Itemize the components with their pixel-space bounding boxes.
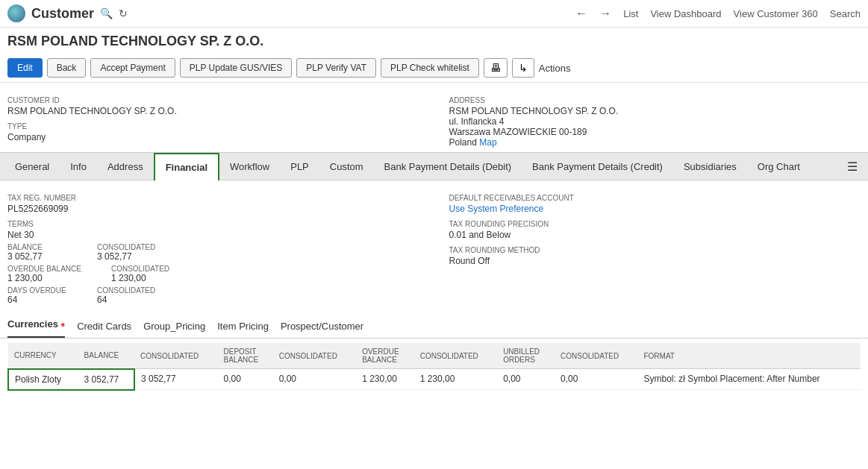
tab-menu-icon[interactable]: ☰ bbox=[841, 154, 864, 180]
info-left: CUSTOMER ID RSM POLAND TECHNOLOGY SP. Z … bbox=[7, 90, 419, 148]
th-consolidated: CONSOLIDATED bbox=[134, 343, 217, 369]
tab-address[interactable]: Address bbox=[97, 154, 154, 180]
share-button[interactable]: ↳ bbox=[512, 58, 534, 78]
tax-reg-label: TAX REG. NUMBER bbox=[7, 194, 419, 202]
overdue-row: OVERDUE BALANCE 1 230,00 CONSOLIDATED 1 … bbox=[7, 265, 419, 283]
th-format: FORMAT bbox=[637, 343, 861, 369]
tab-workflow[interactable]: Workflow bbox=[219, 154, 280, 180]
view-dashboard-link[interactable]: View Dashboard bbox=[650, 8, 721, 19]
nav-back[interactable]: ← bbox=[575, 7, 587, 20]
overdue-value: 1 230,00 bbox=[7, 273, 81, 283]
th-balance: BALANCE bbox=[78, 343, 134, 369]
balance-label: BALANCE bbox=[7, 243, 67, 251]
plp-check-button[interactable]: PLP Check whitelist bbox=[381, 58, 479, 78]
table-cell: 1 230,00 bbox=[414, 369, 497, 390]
financial-grid: TAX REG. NUMBER PL5252669099 TERMS Net 3… bbox=[7, 188, 861, 305]
days-overdue-consolidated-value: 64 bbox=[97, 295, 157, 305]
default-receivables-label: DEFAULT RECEIVABLES ACCOUNT bbox=[449, 194, 861, 202]
th-deposit-balance: DEPOSITBALANCE bbox=[217, 343, 272, 369]
plp-verify-button[interactable]: PLP Verify VAT bbox=[296, 58, 376, 78]
overdue-consolidated-value: 1 230,00 bbox=[111, 273, 171, 283]
table-cell: 1 230,00 bbox=[356, 369, 413, 390]
tax-reg-value: PL5252669099 bbox=[7, 204, 419, 214]
tab-subsidiaries[interactable]: Subsidiaries bbox=[673, 154, 747, 180]
financial-left: TAX REG. NUMBER PL5252669099 TERMS Net 3… bbox=[7, 188, 419, 305]
currency-table: CURRENCY BALANCE CONSOLIDATED DEPOSITBAL… bbox=[7, 343, 861, 391]
address-line4: Poland Map bbox=[449, 137, 861, 148]
days-overdue-value: 64 bbox=[7, 295, 67, 305]
currencies-dot: • bbox=[61, 318, 66, 331]
tab-financial[interactable]: Financial bbox=[154, 153, 219, 180]
tab-org-chart[interactable]: Org Chart bbox=[747, 154, 811, 180]
address-line1: RSM POLAND TECHNOLOGY SP. Z O.O. bbox=[449, 106, 861, 116]
sub-tab-credit-cards[interactable]: Credit Cards bbox=[77, 321, 131, 336]
th-dep-consolidated: CONSOLIDATED bbox=[273, 343, 356, 369]
tab-custom[interactable]: Custom bbox=[319, 154, 374, 180]
tax-rounding-precision-value: 0.01 and Below bbox=[449, 230, 861, 240]
table-cell: 0,00 bbox=[555, 369, 637, 390]
tax-rounding-method-value: Round Off bbox=[449, 256, 861, 266]
table-header-row: CURRENCY BALANCE CONSOLIDATED DEPOSITBAL… bbox=[8, 343, 861, 369]
th-currency: CURRENCY bbox=[8, 343, 78, 369]
info-section: CUSTOMER ID RSM POLAND TECHNOLOGY SP. Z … bbox=[0, 83, 868, 152]
sub-tab-currencies[interactable]: Currencies • bbox=[7, 318, 65, 338]
currency-table-wrap: CURRENCY BALANCE CONSOLIDATED DEPOSITBAL… bbox=[0, 339, 868, 395]
days-overdue-col: DAYS OVERDUE 64 bbox=[7, 286, 67, 305]
balance-consolidated-label: CONSOLIDATED bbox=[97, 243, 157, 251]
table-cell: Polish Zloty bbox=[8, 369, 78, 390]
days-overdue-consolidated-col: CONSOLIDATED 64 bbox=[97, 286, 157, 305]
default-receivables-link[interactable]: Use System Preference bbox=[449, 204, 544, 214]
company-title: RSM POLAND TECHNOLOGY SP. Z O.O. bbox=[0, 28, 868, 54]
tab-general[interactable]: General bbox=[4, 154, 60, 180]
sub-tab-item-pricing[interactable]: Item Pricing bbox=[217, 321, 269, 336]
tax-rounding-precision-label: TAX ROUNDING PRECISION bbox=[449, 220, 861, 228]
tab-bar: General Info Address Financial Workflow … bbox=[0, 152, 868, 180]
financial-right: DEFAULT RECEIVABLES ACCOUNT Use System P… bbox=[449, 188, 861, 305]
sub-tabs: Currencies • Credit Cards Group_Pricing … bbox=[0, 312, 868, 339]
top-bar: Customer 🔍 ↻ ← → List View Dashboard Vie… bbox=[0, 0, 868, 28]
balance-col: BALANCE 3 052,77 bbox=[7, 243, 67, 262]
address-line3: Warszawa MAZOWIECKIE 00-189 bbox=[449, 127, 861, 137]
top-bar-left: Customer 🔍 ↻ bbox=[7, 4, 128, 22]
tab-info[interactable]: Info bbox=[60, 154, 97, 180]
plp-update-button[interactable]: PLP Update GUS/VIES bbox=[180, 58, 293, 78]
balance-consolidated-value: 3 052,77 bbox=[97, 251, 157, 262]
th-unbilled-orders: UNBILLEDORDERS bbox=[497, 343, 555, 369]
list-link[interactable]: List bbox=[623, 8, 638, 19]
terms-value: Net 30 bbox=[7, 230, 419, 240]
back-button[interactable]: Back bbox=[47, 58, 87, 78]
print-button[interactable]: 🖶 bbox=[484, 58, 508, 78]
info-right: ADDRESS RSM POLAND TECHNOLOGY SP. Z O.O.… bbox=[449, 90, 861, 148]
tab-bank-credit[interactable]: Bank Payment Details (Credit) bbox=[522, 154, 673, 180]
edit-button[interactable]: Edit bbox=[7, 58, 43, 78]
balance-value: 3 052,77 bbox=[7, 251, 67, 262]
table-cell: 0,00 bbox=[497, 369, 555, 390]
app-title: Customer bbox=[31, 6, 94, 22]
table-cell: 3 052,77 bbox=[134, 369, 217, 390]
table-cell: Symbol: zł Symbol Placement: After Numbe… bbox=[637, 369, 861, 390]
financial-content: TAX REG. NUMBER PL5252669099 TERMS Net 3… bbox=[0, 180, 868, 312]
address-label: ADDRESS bbox=[449, 96, 861, 104]
type-label: TYPE bbox=[7, 122, 419, 130]
overdue-consolidated-col: CONSOLIDATED 1 230,00 bbox=[111, 265, 171, 283]
search-icon[interactable]: 🔍 bbox=[100, 7, 113, 19]
tab-bank-debit[interactable]: Bank Payment Details (Debit) bbox=[374, 154, 522, 180]
action-bar: Edit Back Accept Payment PLP Update GUS/… bbox=[0, 54, 868, 83]
top-bar-right: ← → List View Dashboard View Customer 36… bbox=[575, 7, 861, 20]
table-cell: 3 052,77 bbox=[78, 369, 134, 390]
search-link[interactable]: Search bbox=[830, 8, 861, 19]
overdue-col: OVERDUE BALANCE 1 230,00 bbox=[7, 265, 81, 283]
balance-consolidated-col: CONSOLIDATED 3 052,77 bbox=[97, 243, 157, 262]
view-customer-360-link[interactable]: View Customer 360 bbox=[734, 8, 818, 19]
tab-plp[interactable]: PLP bbox=[280, 154, 319, 180]
th-overdue-balance: OVERDUEBALANCE bbox=[356, 343, 413, 369]
sub-tab-prospect-customer[interactable]: Prospect/Customer bbox=[281, 321, 363, 336]
type-value: Company bbox=[7, 132, 419, 142]
sub-tab-group-pricing[interactable]: Group_Pricing bbox=[143, 321, 205, 336]
map-link[interactable]: Map bbox=[479, 137, 496, 148]
refresh-icon[interactable]: ↻ bbox=[119, 7, 128, 19]
th-ov-consolidated: CONSOLIDATED bbox=[414, 343, 497, 369]
nav-forward[interactable]: → bbox=[599, 7, 611, 20]
table-cell: 0,00 bbox=[273, 369, 356, 390]
accept-payment-button[interactable]: Accept Payment bbox=[90, 58, 175, 78]
